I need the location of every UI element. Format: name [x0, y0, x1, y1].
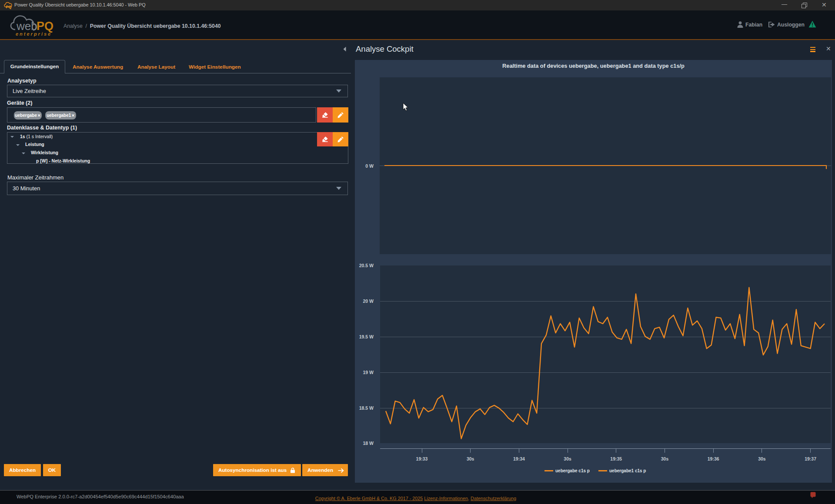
svg-text:web: web — [16, 20, 37, 33]
svg-text:enterprise: enterprise — [16, 31, 52, 36]
svg-text:PQ: PQ — [6, 5, 12, 9]
svg-text:PQ: PQ — [37, 20, 53, 33]
